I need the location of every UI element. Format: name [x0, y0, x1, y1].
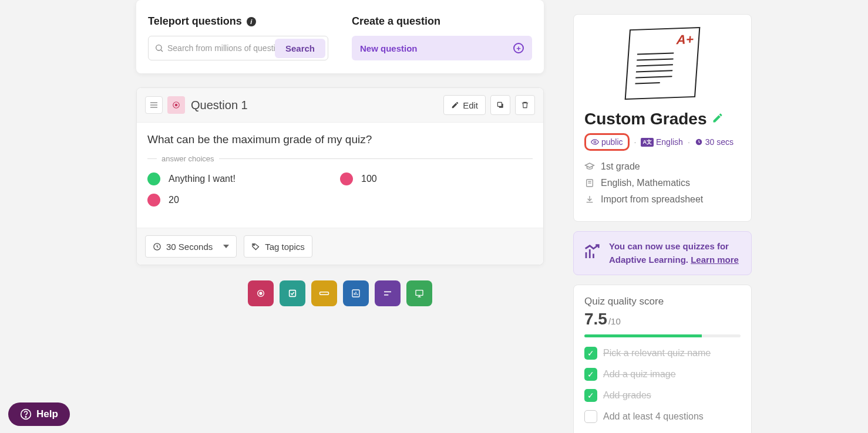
- tag-label: Tag topics: [265, 242, 305, 252]
- plus-icon: +: [513, 43, 524, 53]
- answer-text: Anything I want!: [169, 174, 235, 184]
- language-label: English: [656, 137, 683, 147]
- type-checkbox-icon[interactable]: [280, 280, 305, 306]
- graduation-icon: [584, 161, 595, 172]
- checkbox-empty-icon: [584, 410, 597, 423]
- checklist-label: Add a quiz image: [603, 369, 676, 380]
- answer-dot-correct: [147, 172, 160, 185]
- import-row[interactable]: Import from spreadsheet: [584, 194, 741, 205]
- drag-handle[interactable]: [145, 96, 163, 114]
- quality-score: 7.5: [584, 310, 607, 329]
- answer-choice: Anything I want!: [147, 172, 340, 185]
- answer-choice: 100: [340, 172, 533, 185]
- time-pill-label: 30 secs: [705, 137, 734, 147]
- question-card: Question 1 Edit What can be the maximum …: [136, 87, 544, 265]
- type-fillblank-icon[interactable]: [311, 280, 337, 306]
- checklist-item: Add at least 4 questions: [584, 410, 741, 423]
- subjects-row[interactable]: English, Mathematics: [584, 178, 741, 188]
- question-type-icon: [167, 96, 185, 114]
- language-pill[interactable]: A文 English: [641, 137, 682, 147]
- type-mcq-icon[interactable]: [248, 280, 274, 306]
- answer-text: 20: [169, 195, 179, 205]
- adaptive-banner: You can now use quizzes for Adaptive Lea…: [573, 231, 752, 275]
- time-label: 30 Seconds: [166, 242, 213, 252]
- checkmark-icon: ✓: [584, 347, 597, 360]
- quiz-name: Custom Grades: [584, 110, 707, 128]
- type-slide-icon[interactable]: [406, 280, 432, 306]
- svg-rect-21: [416, 290, 423, 296]
- checkmark-icon: ✓: [584, 389, 597, 402]
- learn-more-link[interactable]: Learn more: [691, 255, 739, 265]
- quiz-info-card: A+ Custom Grades public · A文 E: [573, 14, 752, 222]
- svg-line-1: [161, 50, 163, 52]
- search-button[interactable]: Search: [275, 39, 325, 58]
- checklist-item: ✓ Add a quiz image: [584, 368, 741, 381]
- quiz-thumbnail[interactable]: A+: [618, 25, 706, 102]
- grade-level-row[interactable]: 1st grade: [584, 161, 741, 172]
- language-icon: A文: [641, 138, 654, 147]
- info-icon[interactable]: i: [247, 17, 256, 26]
- search-wrap: Search: [148, 36, 328, 60]
- svg-rect-14: [320, 292, 329, 295]
- checklist-label: Add grades: [603, 390, 651, 401]
- checklist-item: ✓ Add grades: [584, 389, 741, 402]
- checklist-item: ✓ Pick a relevant quiz name: [584, 347, 741, 360]
- create-section: Create a question New question +: [352, 0, 532, 60]
- svg-point-0: [156, 45, 162, 50]
- quality-card: Quiz quality score 7.5 /10 ✓ Pick a rele…: [573, 285, 752, 433]
- search-icon: [154, 43, 164, 53]
- checklist-label: Pick a relevant quiz name: [603, 348, 711, 358]
- svg-point-6: [175, 104, 177, 106]
- subjects-label: English, Mathematics: [601, 178, 690, 188]
- chevron-down-icon: [223, 245, 229, 248]
- search-input[interactable]: [167, 43, 275, 53]
- answer-dot-wrong: [147, 194, 160, 207]
- answer-divider: answer choices: [147, 154, 533, 163]
- tag-topics-button[interactable]: Tag topics: [244, 235, 312, 258]
- svg-point-12: [260, 292, 262, 295]
- quality-progress-fill: [584, 334, 702, 337]
- visibility-pill[interactable]: public: [584, 133, 630, 151]
- quality-heading: Quiz quality score: [584, 296, 741, 307]
- import-icon: [584, 195, 595, 204]
- quality-checklist: ✓ Pick a relevant quiz name ✓ Add a quiz…: [584, 347, 741, 423]
- top-card: Teleport questions i Search Create a que…: [136, 0, 544, 73]
- type-poll-icon[interactable]: [343, 280, 369, 306]
- delete-button[interactable]: [515, 95, 535, 115]
- edit-name-icon[interactable]: [712, 112, 724, 126]
- checklist-label: Add at least 4 questions: [603, 411, 704, 422]
- type-openended-icon[interactable]: [375, 280, 401, 306]
- new-question-button[interactable]: New question +: [352, 36, 532, 60]
- visibility-label: public: [601, 137, 623, 147]
- svg-rect-8: [497, 102, 502, 106]
- quality-denom: /10: [608, 316, 621, 326]
- grade-level-label: 1st grade: [601, 161, 640, 172]
- edit-button[interactable]: Edit: [443, 95, 486, 115]
- checkmark-icon: ✓: [584, 368, 597, 381]
- teleport-section: Teleport questions i Search: [148, 0, 328, 60]
- teleport-heading: Teleport questions: [148, 15, 242, 28]
- quality-progress: [584, 334, 741, 337]
- help-label: Help: [36, 408, 58, 420]
- question-title: Question 1: [191, 99, 443, 112]
- svg-point-24: [594, 141, 596, 143]
- help-button[interactable]: Help: [8, 402, 70, 426]
- new-question-label: New question: [360, 43, 418, 53]
- answer-choice: 20: [147, 194, 340, 207]
- create-heading: Create a question: [352, 15, 440, 28]
- question-type-bar: [136, 280, 544, 306]
- answer-dot-wrong: [340, 172, 353, 185]
- svg-point-10: [254, 244, 255, 245]
- edit-label: Edit: [463, 100, 478, 110]
- svg-point-30: [25, 417, 26, 418]
- book-icon: [584, 178, 595, 188]
- duplicate-button[interactable]: [490, 95, 510, 115]
- answer-text: 100: [361, 174, 377, 184]
- question-text: What can be the maximum grade of my quiz…: [147, 133, 533, 146]
- import-label: Import from spreadsheet: [601, 194, 703, 205]
- time-pill[interactable]: 30 secs: [695, 137, 734, 147]
- chart-arrow-icon: [583, 243, 601, 263]
- time-select[interactable]: 30 Seconds: [145, 235, 237, 258]
